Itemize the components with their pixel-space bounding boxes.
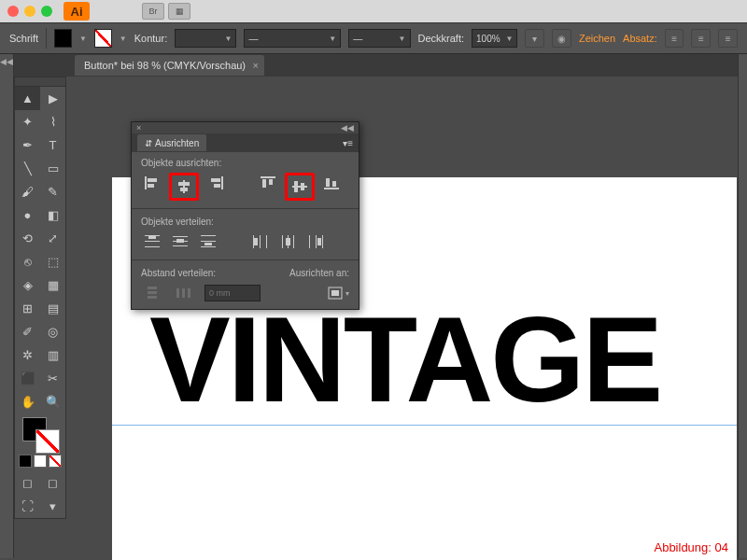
gradient-tool[interactable]: ▤ — [40, 297, 65, 320]
spacing-value-input: 0 mm — [204, 285, 261, 301]
pencil-tool[interactable]: ✎ — [40, 180, 65, 203]
slice-tool[interactable]: ✂ — [40, 367, 65, 390]
none-mode-icon[interactable] — [49, 455, 62, 468]
separator — [132, 259, 359, 260]
zoom-tool[interactable]: 🔍 — [40, 390, 65, 413]
dist-bottom-button[interactable] — [197, 231, 219, 252]
control-bar: Schrift ▼ ▼ Kontur: ▼ —▼ —▼ Deckkraft: 1… — [0, 22, 747, 54]
stroke-weight-input[interactable]: ▼ — [175, 29, 236, 48]
svg-rect-1 — [148, 178, 157, 182]
pen-tool[interactable]: ✒ — [15, 133, 40, 157]
bridge-button[interactable]: Br — [142, 3, 164, 20]
toolbox-header[interactable] — [15, 77, 65, 87]
symbol-sprayer-tool[interactable]: ✲ — [15, 343, 40, 367]
hand-tool[interactable]: ✋ — [15, 390, 40, 413]
svg-rect-33 — [254, 238, 258, 245]
align-bottom-button[interactable] — [320, 173, 343, 193]
blob-brush-tool[interactable]: ● — [15, 203, 40, 227]
align-right-button[interactable] — [204, 173, 227, 193]
dist-top-button[interactable] — [141, 231, 163, 252]
align-vcenter-button[interactable] — [289, 176, 311, 197]
direct-selection-tool[interactable]: ▶ — [40, 87, 65, 110]
change-screen-icon[interactable]: ▾ — [40, 495, 65, 518]
character-panel-link[interactable]: Zeichen — [579, 33, 615, 44]
dist-hspace-button[interactable] — [173, 283, 195, 303]
draw-normal-icon[interactable]: ◻ — [15, 471, 40, 495]
width-tool[interactable]: ⎋ — [15, 250, 40, 273]
rectangle-tool[interactable]: ▭ — [40, 157, 65, 180]
align-panel: ×◀◀ ⇵Ausrichten ▾≡ Objekte ausrichten: — [131, 121, 359, 310]
arrange-docs-button[interactable]: ▦ — [168, 3, 190, 20]
minimize-window-icon[interactable] — [24, 6, 35, 17]
dist-left-button[interactable] — [249, 231, 272, 252]
stroke-swatch[interactable] — [94, 29, 112, 48]
artboard-tool[interactable]: ⬛ — [15, 367, 40, 390]
opacity-input[interactable]: 100%▼ — [472, 29, 517, 48]
eyedropper-tool[interactable]: ✐ — [15, 320, 40, 343]
stroke-color-icon[interactable] — [35, 429, 60, 454]
scale-tool[interactable]: ⤢ — [40, 227, 65, 250]
dist-vcenter-button[interactable] — [169, 231, 191, 252]
close-icon[interactable]: × — [136, 123, 141, 133]
maximize-window-icon[interactable] — [41, 6, 52, 17]
gradient-mode-icon[interactable] — [34, 455, 47, 468]
dist-right-button[interactable] — [305, 231, 328, 252]
paragraph-panel-link[interactable]: Absatz: — [623, 33, 657, 44]
svg-rect-0 — [145, 176, 147, 189]
shape-builder-tool[interactable]: ◈ — [15, 273, 40, 297]
svg-rect-4 — [178, 182, 190, 186]
align-left-button[interactable] — [141, 173, 163, 193]
rotate-tool[interactable]: ⟲ — [15, 227, 40, 250]
svg-rect-24 — [173, 245, 188, 246]
brush-select[interactable]: —▼ — [348, 29, 410, 48]
chevron-down-icon[interactable]: ▼ — [79, 35, 87, 43]
svg-rect-37 — [286, 238, 290, 245]
paintbrush-tool[interactable]: 🖌 — [15, 180, 40, 203]
style-select[interactable]: ▾ — [525, 29, 544, 48]
type-tool[interactable]: T — [40, 133, 65, 157]
svg-rect-45 — [176, 288, 179, 298]
highlight-marker — [169, 173, 199, 201]
perspective-tool[interactable]: ▦ — [40, 273, 65, 297]
app-logo-icon: Ai — [63, 2, 90, 21]
left-panel-rail[interactable]: ◀◀ — [0, 54, 14, 558]
panel-menu-icon[interactable]: ▾≡ — [343, 138, 353, 148]
magic-wand-tool[interactable]: ✦ — [15, 110, 40, 133]
dist-vspace-button[interactable] — [141, 283, 163, 303]
free-transform-tool[interactable]: ⬚ — [40, 250, 65, 273]
svg-rect-43 — [148, 291, 157, 294]
graph-tool[interactable]: ▥ — [40, 343, 65, 367]
eraser-tool[interactable]: ◧ — [40, 203, 65, 227]
svg-rect-29 — [204, 243, 212, 245]
selection-tool[interactable]: ▲ — [15, 87, 40, 110]
close-window-icon[interactable] — [7, 6, 19, 17]
fill-stroke-control[interactable] — [15, 413, 65, 455]
align-top-button[interactable] — [257, 173, 279, 193]
align-center-icon[interactable]: ≡ — [691, 29, 711, 48]
svg-rect-47 — [188, 288, 190, 298]
lasso-tool[interactable]: ⌇ — [40, 110, 65, 133]
chevron-down-icon[interactable]: ▼ — [120, 35, 127, 43]
align-left-icon[interactable]: ≡ — [665, 29, 684, 48]
mesh-tool[interactable]: ⊞ — [15, 297, 40, 320]
align-to-select[interactable]: ▾ — [327, 283, 349, 303]
screen-mode-icon[interactable]: ⛶ — [15, 495, 40, 518]
recolor-icon[interactable]: ◉ — [552, 29, 571, 48]
collapse-icon[interactable]: ◀◀ — [341, 123, 354, 133]
blend-tool[interactable]: ◎ — [40, 320, 65, 343]
canvas-text-object[interactable]: VINTAGE — [149, 289, 737, 429]
document-tab[interactable]: Button* bei 98 % (CMYK/Vorschau) — [75, 55, 264, 76]
align-right-icon[interactable]: ≡ — [718, 29, 738, 48]
align-hcenter-button[interactable] — [173, 176, 195, 197]
panel-header[interactable]: ×◀◀ — [132, 122, 359, 133]
fill-swatch[interactable] — [54, 29, 72, 48]
stroke-profile-select[interactable]: —▼ — [244, 29, 341, 48]
dist-hcenter-button[interactable] — [277, 231, 300, 252]
draw-behind-icon[interactable]: ◻ — [40, 471, 65, 495]
color-mode-icon[interactable] — [19, 455, 32, 468]
line-tool[interactable]: ╲ — [15, 157, 40, 180]
svg-rect-5 — [180, 188, 188, 191]
right-panel-rail[interactable] — [738, 54, 747, 558]
panel-tab-align[interactable]: ⇵Ausrichten — [137, 134, 206, 151]
svg-rect-17 — [332, 181, 336, 187]
